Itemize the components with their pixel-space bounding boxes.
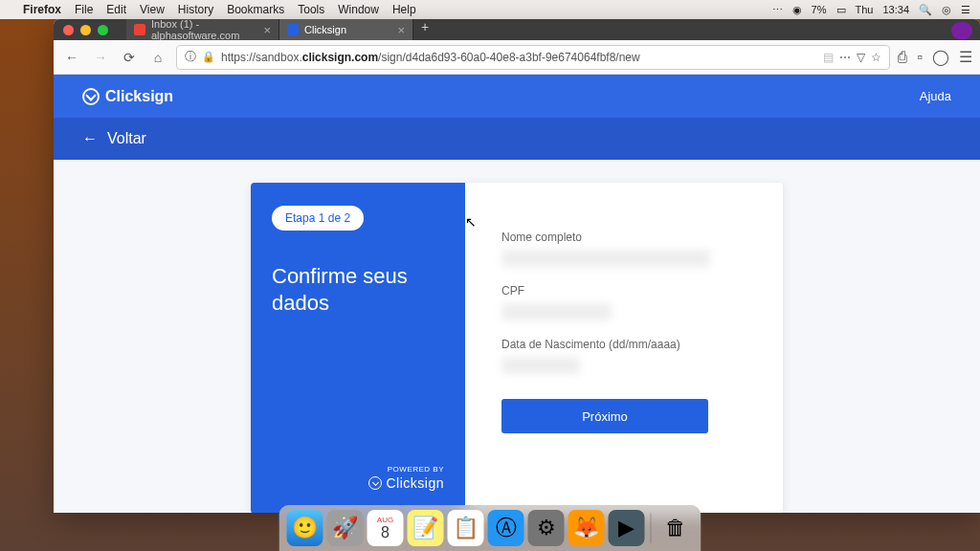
battery-percent: 7%	[812, 4, 827, 15]
tab-label: Clicksign	[304, 24, 346, 35]
form-card: Etapa 1 de 2 Confirme seus dados POWERED…	[251, 183, 783, 513]
tab-clicksign[interactable]: Clicksign ×	[279, 19, 413, 40]
calendar-icon[interactable]: AUG8	[368, 510, 404, 546]
dropdown-icon[interactable]: ⋯	[839, 51, 851, 64]
brand-logo[interactable]: Clicksign	[82, 88, 173, 105]
bluetooth-icon[interactable]: ⋯	[772, 4, 783, 16]
save-pocket-icon[interactable]: ▽	[857, 51, 865, 64]
content-area: Etapa 1 de 2 Confirme seus dados POWERED…	[54, 160, 980, 513]
finder-icon[interactable]: 🙂	[287, 510, 323, 546]
spotlight-icon[interactable]: 🔍	[919, 4, 932, 16]
app-name[interactable]: Firefox	[23, 3, 61, 16]
field-cpf: CPF	[501, 284, 746, 320]
browser-toolbar: ← → ⟳ ⌂ ⓘ 🔒 https://sandbox.clicksign.co…	[54, 40, 980, 75]
firefox-window: Inbox (1) - alphasoftware.com × Clicksig…	[54, 19, 980, 513]
next-button[interactable]: Próximo	[501, 399, 708, 433]
info-icon[interactable]: ⓘ	[185, 49, 196, 65]
close-tab-icon[interactable]: ×	[263, 23, 271, 37]
wifi-icon[interactable]: ◉	[792, 4, 802, 16]
card-left-panel: Etapa 1 de 2 Confirme seus dados POWERED…	[251, 183, 465, 513]
reader-icon[interactable]: ▤	[823, 51, 834, 64]
clicksign-mini-icon	[368, 476, 382, 490]
menu-help[interactable]: Help	[392, 3, 416, 16]
new-tab-button[interactable]: +	[413, 19, 436, 40]
back-button[interactable]: ←	[61, 47, 82, 68]
extension-badge-icon[interactable]	[951, 22, 972, 39]
home-button[interactable]: ⌂	[147, 47, 168, 68]
appstore-icon[interactable]: Ⓐ	[488, 510, 524, 546]
help-link[interactable]: Ajuda	[920, 89, 951, 103]
field-label: Nome completo	[501, 231, 746, 244]
sub-header: ← Voltar	[54, 118, 980, 160]
tab-favicon	[287, 24, 299, 35]
menu-tools[interactable]: Tools	[298, 3, 324, 16]
macos-menubar: Firefox File Edit View History Bookmarks…	[0, 0, 980, 19]
reload-button[interactable]: ⟳	[119, 47, 140, 68]
firefox-icon[interactable]: 🦊	[568, 510, 605, 546]
tab-label: Inbox (1) - alphasoftware.com	[151, 19, 257, 41]
trash-icon[interactable]: 🗑	[657, 510, 694, 546]
window-controls	[63, 25, 108, 35]
forward-button[interactable]: →	[90, 47, 111, 68]
url-text: https://sandbox.clicksign.com/sign/d4da6…	[221, 51, 817, 64]
sidebar-icon[interactable]: ▫	[917, 49, 923, 66]
preferences-icon[interactable]: ⚙	[528, 510, 565, 546]
card-title: Confirme seus dados	[272, 263, 444, 316]
maximize-window-button[interactable]	[98, 25, 108, 35]
menu-edit[interactable]: Edit	[106, 3, 126, 16]
clock-time: 13:34	[882, 4, 909, 15]
dock-divider	[651, 513, 652, 543]
tab-favicon	[134, 24, 145, 35]
battery-icon[interactable]: ▭	[836, 4, 846, 16]
field-label: Data de Nascimento (dd/mm/aaaa)	[501, 338, 746, 351]
powered-by: POWERED BY Clicksign	[272, 465, 444, 491]
brand-text: Clicksign	[105, 88, 173, 105]
hamburger-menu-icon[interactable]: ☰	[959, 48, 972, 66]
reminders-icon[interactable]: 📋	[448, 510, 484, 546]
menu-window[interactable]: Window	[338, 3, 379, 16]
field-label: CPF	[501, 284, 746, 298]
clicksign-header: Clicksign Ajuda	[54, 75, 980, 118]
clock-day: Thu	[856, 4, 874, 15]
titlebar: Inbox (1) - alphasoftware.com × Clicksig…	[54, 19, 980, 40]
step-badge: Etapa 1 de 2	[272, 206, 364, 231]
menu-view[interactable]: View	[140, 3, 165, 16]
back-label[interactable]: Voltar	[107, 130, 146, 147]
quicktime-icon[interactable]: ▶	[609, 510, 645, 546]
notes-icon[interactable]: 📝	[408, 510, 444, 546]
siri-icon[interactable]: ◎	[942, 4, 951, 16]
account-icon[interactable]: ◯	[932, 48, 949, 66]
back-arrow-icon[interactable]: ←	[82, 130, 98, 147]
notification-center-icon[interactable]: ☰	[961, 4, 970, 16]
field-name: Nome completo	[501, 231, 746, 267]
tab-strip: Inbox (1) - alphasoftware.com × Clicksig…	[126, 19, 436, 40]
page-content: Clicksign Ajuda ← Voltar Etapa 1 de 2 Co…	[54, 75, 980, 513]
close-window-button[interactable]	[63, 25, 74, 35]
tab-inbox[interactable]: Inbox (1) - alphasoftware.com ×	[126, 19, 279, 40]
card-form: Nome completo CPF Data de Nascimento (dd…	[465, 183, 783, 513]
address-bar[interactable]: ⓘ 🔒 https://sandbox.clicksign.com/sign/d…	[176, 45, 890, 70]
menu-bookmarks[interactable]: Bookmarks	[227, 3, 284, 16]
minimize-window-button[interactable]	[80, 25, 91, 35]
cpf-input[interactable]	[501, 303, 612, 320]
menu-history[interactable]: History	[178, 3, 213, 16]
clicksign-logo-icon	[82, 88, 100, 105]
close-tab-icon[interactable]: ×	[397, 23, 405, 37]
lock-icon[interactable]: 🔒	[202, 51, 215, 63]
library-icon[interactable]: ⎙	[898, 49, 907, 66]
name-input[interactable]	[501, 250, 710, 267]
field-dob: Data de Nascimento (dd/mm/aaaa)	[501, 338, 746, 374]
bookmark-star-icon[interactable]: ☆	[871, 51, 881, 64]
menu-file[interactable]: File	[75, 3, 93, 16]
dob-input[interactable]	[501, 357, 580, 374]
macos-dock: 🙂 🚀 AUG8 📝 📋 Ⓐ ⚙ 🦊 ▶ 🗑	[279, 505, 702, 551]
launchpad-icon[interactable]: 🚀	[327, 510, 364, 546]
